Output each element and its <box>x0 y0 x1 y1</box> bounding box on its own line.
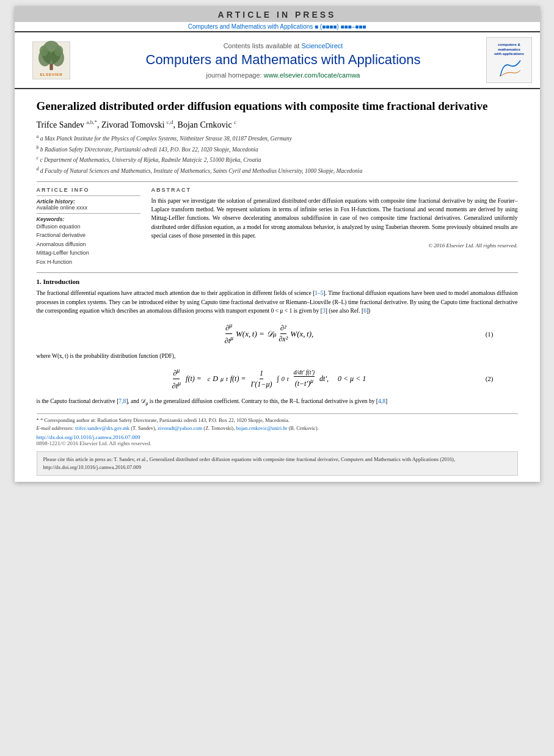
affiliations: a a Max Planck Institute for the Physics… <box>37 133 518 175</box>
journal-ref-line: Computers and Mathematics with Applicati… <box>15 22 540 31</box>
email-crnkovic[interactable]: bojan.crnkovic@uniri.hr <box>236 425 287 431</box>
doi-text: http://dx.doi.org/10.1016/j.camwa.2016.0… <box>37 434 140 440</box>
equation-1: ∂μ ∂tμ W(x, t) = 𝒟μ ∂² ∂x² W(x, t), <box>61 322 475 346</box>
thumb-curve-icon <box>497 59 522 78</box>
main-content: Generalized distributed order diffusion … <box>15 89 540 482</box>
journal-thumbnail: computers &mathematicswith applications <box>486 37 532 83</box>
ref-1-5[interactable]: 1–5 <box>315 290 323 296</box>
intro-para-1: The fractional differential equations ha… <box>37 289 518 316</box>
keywords-list: Diffusion equation Fractional derivative… <box>37 222 140 266</box>
sciencedirect-link[interactable]: ScienceDirect <box>301 42 343 49</box>
eq1-number: (1) <box>475 330 494 338</box>
svg-point-7 <box>54 45 63 56</box>
ref-7-8[interactable]: 7,8 <box>118 398 126 404</box>
journal-homepage: journal homepage: www.elsevier.com/locat… <box>206 71 360 79</box>
elsevier-logo: 🌳 ELSEVIER <box>21 37 82 83</box>
article-info-label: ARTICLE INFO <box>37 187 140 193</box>
email-sandev[interactable]: trifce.sandev@drs.gov.mk <box>75 425 129 431</box>
paper-title: Generalized distributed order diffusion … <box>37 99 518 114</box>
eq2-number: (2) <box>475 375 494 382</box>
info-abstract-row: ARTICLE INFO Article history: Available … <box>37 187 518 266</box>
aip-text: ARTICLE IN PRESS <box>218 10 337 20</box>
intro-para-2: where W(x, t) is the probability distrib… <box>37 352 518 361</box>
keyword-2: Fractional derivative <box>37 231 140 239</box>
keyword-3: Anomalous diffusion <box>37 240 140 249</box>
eq2-frac2: 1 Γ(1−μ) <box>251 369 272 389</box>
authors-line: Trifce Sandev a,b,*, Zivorad Tomovski c,… <box>37 119 518 130</box>
eq1-frac2: ∂² ∂x² <box>279 324 288 344</box>
journal-title: Computers and Mathematics with Applicati… <box>146 52 421 68</box>
homepage-url[interactable]: www.elsevier.com/locate/camwa <box>264 71 360 79</box>
eq1-frac: ∂μ ∂tμ <box>225 322 233 346</box>
contents-text: Contents lists available at <box>224 42 300 49</box>
equation-1-block: ∂μ ∂tμ W(x, t) = 𝒟μ ∂² ∂x² W(x, t), (1) <box>61 322 494 346</box>
tomovski-sup: c,d <box>167 119 173 125</box>
copyright-line: © 2016 Elsevier Ltd. All rights reserved… <box>151 242 518 249</box>
keywords-label: Keywords: <box>37 216 140 222</box>
abstract-text: In this paper we investigate the solutio… <box>151 197 518 240</box>
available-online: Available online xxxx <box>37 205 140 211</box>
email-label: E-mail addresses: <box>37 425 74 431</box>
svg-rect-5 <box>49 64 53 70</box>
mid-divider <box>37 272 518 273</box>
intro-para-3: is the Caputo fractional derivative [7,8… <box>37 397 518 407</box>
homepage-label: journal homepage: <box>206 71 262 79</box>
svg-text:ELSEVIER: ELSEVIER <box>40 71 62 76</box>
footnote-emails: E-mail addresses: trifce.sandev@drs.gov.… <box>37 424 518 432</box>
aip-banner: ARTICLE IN PRESS <box>15 6 540 22</box>
issn-line: 0898-1221/© 2016 Elsevier Ltd. All right… <box>37 440 518 446</box>
issn-text: 0898-1221/© 2016 Elsevier Ltd. All right… <box>37 440 151 446</box>
info-divider-2 <box>37 213 140 214</box>
corresponding-label: * Corresponding author at: <box>40 417 96 423</box>
ref-3[interactable]: 3 <box>323 308 326 314</box>
aff-b: b b Radiation Safety Directorate, Partiz… <box>37 144 518 154</box>
corresponding-star: * <box>37 417 39 423</box>
page: ARTICLE IN PRESS Computers and Mathemati… <box>15 6 540 482</box>
eq2-frac1: ∂μ ∂tμ <box>172 367 181 391</box>
history-label: Article history: <box>37 198 140 205</box>
thumb-title: computers &mathematicswith applications <box>494 43 524 57</box>
email-tomovski[interactable]: zivoradt@yahoo.com <box>158 425 202 431</box>
keyword-4: Mittag-Leffler function <box>37 249 140 257</box>
elsevier-tree-icon: 🌳 ELSEVIER <box>30 39 73 82</box>
header-thumb: computers &mathematicswith applications <box>485 37 534 83</box>
keyword-1: Diffusion equation <box>37 222 140 231</box>
citation-box: Please cite this article in press as: T.… <box>37 451 518 476</box>
doi-line[interactable]: http://dx.doi.org/10.1016/j.camwa.2016.0… <box>37 434 518 440</box>
equation-2-block: ∂μ ∂tμ f(t) = cDμt f(t) = 1 Γ(1−μ) ∫0t d… <box>61 367 494 391</box>
journal-ref-text: Computers and Mathematics with Applicati… <box>188 23 366 30</box>
article-info-col: ARTICLE INFO Article history: Available … <box>37 187 140 266</box>
intro-heading: 1. Introduction <box>37 278 518 285</box>
aff-a: a a Max Planck Institute for the Physics… <box>37 133 518 143</box>
contents-line: Contents lists available at ScienceDirec… <box>224 42 343 49</box>
info-divider-1 <box>37 195 140 196</box>
introduction-section: 1. Introduction The fractional different… <box>37 278 518 407</box>
aff-c: c c Department of Mathematics, Universit… <box>37 154 518 164</box>
abstract-label: ABSTRACT <box>151 187 518 193</box>
corresponding-text: Radiation Safety Directorate, Partizansk… <box>97 417 289 423</box>
intro-heading-text: 1. Introduction <box>37 278 80 285</box>
footnote-divider <box>37 413 518 414</box>
equation-2: ∂μ ∂tμ f(t) = cDμt f(t) = 1 Γ(1−μ) ∫0t d… <box>61 367 475 391</box>
aff-d: d d Faculty of Natural Sciences and Math… <box>37 165 518 175</box>
sandev-sup: a,b,* <box>86 119 97 125</box>
footnote-corresponding: * * Corresponding author at: Radiation S… <box>37 416 518 424</box>
eq2-frac3: d/dt' f(t') (t−t')μ <box>294 369 315 388</box>
ref-6[interactable]: 6 <box>363 308 366 314</box>
keyword-5: Fox H-function <box>37 258 140 266</box>
citation-text: Please cite this article in press as: T.… <box>43 456 456 470</box>
header-section: 🌳 ELSEVIER Contents lists available at S… <box>15 31 540 89</box>
crnkovic-sup: c <box>234 119 236 125</box>
ref-4-8[interactable]: 4,8 <box>378 398 385 404</box>
abstract-col: ABSTRACT In this paper we investigate th… <box>151 187 518 266</box>
header-middle: Contents lists available at ScienceDirec… <box>88 37 479 83</box>
top-divider <box>37 181 518 182</box>
svg-point-6 <box>39 45 48 56</box>
